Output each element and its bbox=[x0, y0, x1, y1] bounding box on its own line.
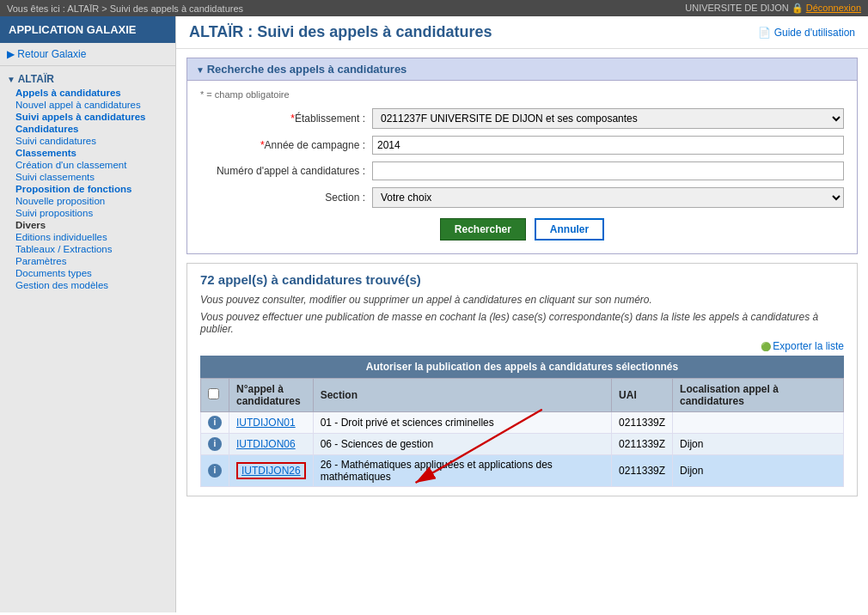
sidebar-item-documents-types[interactable]: Documents types bbox=[7, 267, 168, 279]
results-title: 72 appel(s) à candidatures trouvé(s) bbox=[200, 272, 844, 287]
sidebar-item-editions[interactable]: Editions individuelles bbox=[7, 231, 168, 243]
sidebar-item-suivi-appels[interactable]: Suivi appels à candidatures bbox=[7, 111, 168, 123]
link-iutdijon26[interactable]: IUTDIJON26 bbox=[236, 462, 306, 479]
content-header: ALTAÏR : Suivi des appels à candidatures… bbox=[176, 16, 868, 49]
page-title: ALTAÏR : Suivi des appels à candidatures bbox=[189, 23, 492, 41]
cell-section: 06 - Sciences de gestion bbox=[313, 434, 611, 455]
label-etablissement: *Établissement : bbox=[200, 113, 372, 125]
col-num: N°appel àcandidatures bbox=[229, 379, 314, 412]
sidebar-item-divers: Divers bbox=[7, 219, 168, 231]
top-bar: Vous êtes ici : ALTAÏR > Suivi des appel… bbox=[0, 0, 868, 16]
cell-num: IUTDIJON26 bbox=[229, 455, 314, 487]
cell-info: i bbox=[201, 434, 229, 455]
table-wrapper: Autoriser la publication des appels à ca… bbox=[200, 356, 844, 487]
col-localisation: Localisation appel à candidatures bbox=[673, 379, 844, 412]
app-title: APPLICATION GALAXIE bbox=[0, 16, 175, 43]
input-etablissement[interactable]: 0211237F UNIVERSITE DE DIJON et ses comp… bbox=[372, 108, 844, 129]
search-body: * = champ obligatoire *Établissement : 0… bbox=[187, 81, 857, 253]
sidebar: APPLICATION GALAXIE Retour Galaxie ALTAÏ… bbox=[0, 16, 176, 612]
info-icon[interactable]: i bbox=[208, 464, 222, 478]
label-section: Section : bbox=[200, 192, 372, 204]
cancel-button[interactable]: Annuler bbox=[535, 218, 604, 241]
sidebar-altair-section: ALTAÏR Appels à candidatures Nouvel appe… bbox=[0, 66, 175, 293]
sidebar-item-nouvel-appel[interactable]: Nouvel appel à candidatures bbox=[7, 99, 168, 111]
input-annee[interactable] bbox=[372, 136, 844, 155]
logout-link[interactable]: Déconnexion bbox=[806, 3, 861, 13]
search-section: Recherche des appels à candidatures * = … bbox=[186, 58, 858, 254]
university-name: UNIVERSITE DE DIJON bbox=[685, 3, 791, 13]
sidebar-item-gestion-modeles[interactable]: Gestion des modèles bbox=[7, 279, 168, 291]
sidebar-item-creation-classement[interactable]: Création d'un classement bbox=[7, 159, 168, 171]
results-info-1: Vous pouvez consulter, modifier ou suppr… bbox=[200, 294, 844, 306]
cell-info: i bbox=[201, 412, 229, 434]
sidebar-altair-header[interactable]: ALTAÏR bbox=[7, 70, 168, 87]
link-iutdijon06[interactable]: IUTDIJON06 bbox=[236, 438, 296, 450]
sidebar-item-candidatures[interactable]: Candidatures bbox=[7, 123, 168, 135]
guide-link[interactable]: Guide d'utilisation bbox=[758, 27, 855, 39]
table-row: i IUTDIJON06 06 - Sciences de gestion 02… bbox=[201, 434, 844, 455]
cell-uai: 0211339Z bbox=[612, 455, 673, 487]
sidebar-item-nouvelle-proposition[interactable]: Nouvelle proposition bbox=[7, 195, 168, 207]
form-row-section: Section : Votre choix bbox=[200, 187, 844, 208]
sidebar-item-parametres[interactable]: Paramètres bbox=[7, 255, 168, 267]
results-info-2: Vous pouvez effectuer une publication de… bbox=[200, 311, 844, 335]
export-row: Exporter la liste bbox=[200, 340, 844, 352]
cell-section: 01 - Droit privé et sciences criminelles bbox=[313, 412, 611, 434]
select-etablissement[interactable]: 0211237F UNIVERSITE DE DIJON et ses comp… bbox=[372, 108, 844, 129]
sidebar-item-classements[interactable]: Classements bbox=[7, 147, 168, 159]
search-section-title[interactable]: Recherche des appels à candidatures bbox=[187, 58, 857, 81]
link-iutdijon01[interactable]: IUTDIJON01 bbox=[236, 417, 296, 429]
select-all-checkbox[interactable] bbox=[208, 388, 219, 399]
field-numero[interactable] bbox=[372, 161, 844, 180]
sidebar-item-proposition-fonctions[interactable]: Proposition de fonctions bbox=[7, 183, 168, 195]
cell-localisation: Dijon bbox=[673, 434, 844, 455]
input-section[interactable]: Votre choix bbox=[372, 187, 844, 208]
content-area: ALTAÏR : Suivi des appels à candidatures… bbox=[176, 16, 868, 612]
info-icon[interactable]: i bbox=[208, 416, 222, 429]
table-row: i IUTDIJON01 01 - Droit privé et science… bbox=[201, 412, 844, 434]
publish-header: Autoriser la publication des appels à ca… bbox=[200, 356, 844, 378]
cell-num: IUTDIJON06 bbox=[229, 434, 314, 455]
sidebar-item-appels[interactable]: Appels à candidatures bbox=[7, 87, 168, 99]
required-note: * = champ obligatoire bbox=[200, 89, 844, 100]
sidebar-item-suivi-candidatures[interactable]: Suivi candidatures bbox=[7, 135, 168, 147]
university-info: UNIVERSITE DE DIJON 🔒 Déconnexion bbox=[685, 3, 861, 14]
cell-uai: 0211339Z bbox=[612, 434, 673, 455]
form-row-numero: Numéro d'appel à candidatures : bbox=[200, 161, 844, 180]
results-section: 72 appel(s) à candidatures trouvé(s) Vou… bbox=[186, 263, 858, 496]
results-table: N°appel àcandidatures Section UAI Locali… bbox=[200, 378, 844, 487]
label-numero: Numéro d'appel à candidatures : bbox=[200, 165, 372, 177]
sidebar-retour-galaxie[interactable]: Retour Galaxie bbox=[0, 43, 175, 66]
table-row: i IUTDIJON26 26 - Mathématiques appliqué… bbox=[201, 455, 844, 487]
breadcrumb: Vous êtes ici : ALTAÏR > Suivi des appel… bbox=[7, 3, 243, 14]
cell-localisation: Dijon bbox=[673, 455, 844, 487]
sidebar-item-suivi-classements[interactable]: Suivi classements bbox=[7, 171, 168, 183]
cell-info: i bbox=[201, 455, 229, 487]
sidebar-item-suivi-propositions[interactable]: Suivi propositions bbox=[7, 207, 168, 219]
col-section: Section bbox=[313, 379, 611, 412]
select-section[interactable]: Votre choix bbox=[372, 187, 844, 208]
input-numero[interactable] bbox=[372, 161, 844, 180]
search-button[interactable]: Rechercher bbox=[440, 218, 526, 241]
cell-num: IUTDIJON01 bbox=[229, 412, 314, 434]
sidebar-item-tableaux[interactable]: Tableaux / Extractions bbox=[7, 243, 168, 255]
cell-section: 26 - Mathématiques appliquées et applica… bbox=[313, 455, 611, 487]
cell-localisation bbox=[673, 412, 844, 434]
field-annee[interactable] bbox=[372, 136, 844, 155]
col-checkbox bbox=[201, 379, 229, 412]
label-annee: *Année de campagne : bbox=[200, 139, 372, 151]
col-uai: UAI bbox=[612, 379, 673, 412]
export-link[interactable]: Exporter la liste bbox=[761, 340, 844, 352]
form-row-etablissement: *Établissement : 0211237F UNIVERSITE DE … bbox=[200, 108, 844, 129]
cell-uai: 0211339Z bbox=[612, 412, 673, 434]
form-row-annee: *Année de campagne : bbox=[200, 136, 844, 155]
info-icon[interactable]: i bbox=[208, 437, 222, 451]
form-buttons: Rechercher Annuler bbox=[200, 218, 844, 241]
